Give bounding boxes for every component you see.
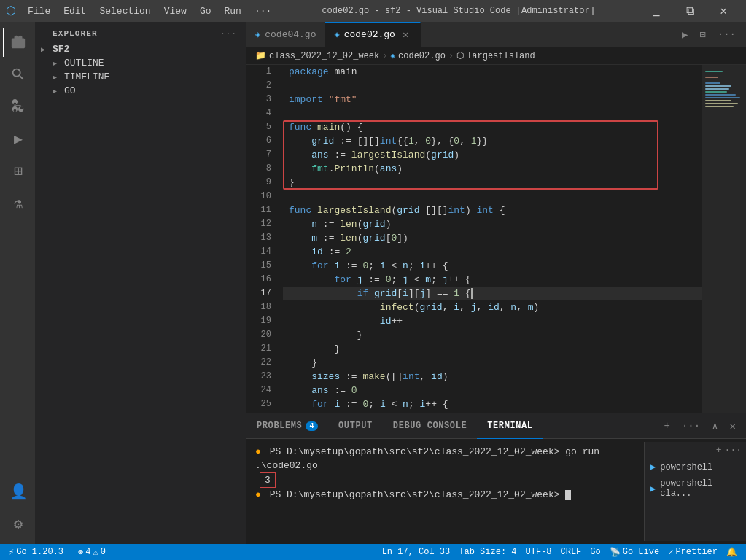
code-line-2[interactable] [283,79,702,93]
restore-button[interactable]: ⧉ [673,0,707,22]
sidebar-item-go[interactable]: ▶ GO [35,84,246,98]
add-terminal-button[interactable]: + [716,445,722,456]
explorer-more[interactable]: ··· [220,29,237,38]
code-line-6[interactable]: grid := [][]int{{1, 0}, {0, 1}} [283,134,702,148]
terminal-dot: ● [255,489,261,500]
vscode-icon: ⬡ [6,4,16,18]
code-line-1[interactable]: package main [283,65,702,79]
code-line-11[interactable]: func largestIsland(grid [][]int) int { [283,203,702,217]
status-cursor-pos[interactable]: Ln 17, Col 33 [379,547,454,557]
breadcrumb-file[interactable]: ◈ code02.go [390,51,445,61]
more-terminals-button[interactable]: ··· [725,445,742,456]
status-go-live[interactable]: 📡 Go Live [607,547,662,558]
activity-testing[interactable]: ⚗ [3,188,32,217]
panel-tab-output[interactable]: OUTPUT [328,413,383,439]
code-line-22[interactable]: } [283,356,702,370]
activity-search[interactable] [3,60,32,89]
tab-actions: ▶ ⊟ ··· [677,22,746,47]
activity-explorer[interactable] [3,28,32,57]
ln-17: 17 [246,287,277,300]
menu-run[interactable]: Run [218,4,246,18]
menu-view[interactable]: View [158,4,193,18]
code-line-12[interactable]: n := len(grid) [283,217,702,231]
activity-extensions[interactable]: ⊞ [3,156,32,185]
ln-9: 9 [246,176,277,190]
breadcrumb-symbol[interactable]: ⬡ largestIsland [456,50,535,61]
prettier-label: Prettier [675,547,718,557]
tab-code04-label: code04.go [265,29,316,40]
ln-19: 19 [246,314,277,328]
encoding-label: UTF-8 [526,547,552,557]
code-line-14[interactable]: id := 2 [283,245,702,259]
code-line-21[interactable]: } [283,342,702,356]
code-line-23[interactable]: sizes := make([]int, id) [283,370,702,384]
minimize-button[interactable]: ⎯ [640,0,673,22]
powershell-icon: ▶ [650,462,656,472]
code-line-24[interactable]: ans := 0 [283,384,702,397]
activity-settings[interactable]: ⚙ [3,509,32,538]
terminal-output[interactable]: ● PS D:\mysetup\gopath\src\sf2\class_202… [246,442,644,541]
arrow-icon: ▶ [53,87,64,96]
tab-code02[interactable]: ◈ code02.go ✕ [325,22,421,47]
code-line-7[interactable]: ans := largestIsland(grid) [283,148,702,162]
code-line-5[interactable]: func main() { [283,120,702,134]
ln-3: 3 [246,93,277,106]
panel-close-button[interactable]: ✕ [726,417,740,435]
code-line-17[interactable]: if grid[i][j] == 1 { [283,287,702,300]
panel-tab-debug-console[interactable]: DEBUG CONSOLE [383,413,477,439]
menu-file[interactable]: File [22,4,56,18]
status-language[interactable]: Go [587,547,603,557]
status-eol[interactable]: CRLF [558,547,585,557]
window-controls: ⎯ ⧉ ✕ [640,0,740,22]
run-button[interactable]: ▶ [677,26,692,44]
code-line-20[interactable]: } [283,328,702,342]
code-line-8[interactable]: fmt.Println(ans) [283,162,702,176]
breadcrumb-folder[interactable]: 📁 class_2022_12_02_week [255,50,379,61]
close-button[interactable]: ✕ [707,0,740,22]
menu-selection[interactable]: Selection [93,4,156,18]
tab-code04[interactable]: ◈ code04.go [246,22,325,47]
status-errors[interactable]: ⊗ 4 ⚠ 0 [75,547,109,558]
code-line-19[interactable]: id++ [283,314,702,328]
menu-edit[interactable]: Edit [58,4,92,18]
status-go-version[interactable]: ⚡ Go 1.20.3 [6,547,66,558]
panel: PROBLEMS 4 OUTPUT DEBUG CONSOLE TERMINAL… [246,413,746,544]
code-line-13[interactable]: m := len(grid[0]) [283,231,702,245]
status-notifications[interactable]: 🔔 [723,547,740,558]
ln-2: 2 [246,79,277,93]
ln-15: 15 [246,259,277,273]
code-line-4[interactable] [283,106,702,120]
code-line-3[interactable]: import "fmt" [283,93,702,106]
terminal-instance-1[interactable]: ▶ powershell [645,459,746,475]
sidebar-item-timeline[interactable]: ▶ TIMELINE [35,70,246,84]
more-actions-button[interactable]: ··· [713,26,740,43]
menu-more[interactable]: ··· [249,4,277,18]
status-tab-size[interactable]: Tab Size: 4 [456,547,519,557]
status-prettier[interactable]: ✓ Prettier [665,547,720,558]
prettier-icon: ✓ [668,547,673,558]
code-line-9[interactable]: } [283,176,702,190]
sidebar-item-sf2[interactable]: ▶ SF2 [35,42,246,56]
tab-close-button[interactable]: ✕ [400,27,411,42]
panel-more-button[interactable]: ··· [677,417,704,435]
new-terminal-button[interactable]: + [660,417,675,435]
panel-tab-problems[interactable]: PROBLEMS 4 [246,413,328,439]
sidebar-item-outline[interactable]: ▶ OUTLINE [35,56,246,70]
terminal-instance-2[interactable]: ▶ powershell cla... [645,475,746,502]
menu-go[interactable]: Go [194,4,217,18]
code-line-10[interactable] [283,190,702,203]
activity-account[interactable]: 👤 [3,477,32,506]
activity-source-control[interactable] [3,92,32,121]
panel-expand-button[interactable]: ∧ [707,417,722,435]
cursor-position: Ln 17, Col 33 [382,547,451,557]
panel-tab-terminal[interactable]: TERMINAL [477,413,543,439]
code-line-25[interactable]: for i := 0; i < n; i++ { [283,397,702,411]
activity-run-debug[interactable]: ▶ [3,124,32,153]
code-editor[interactable]: package main import "fmt" func main() { … [283,65,702,413]
status-encoding[interactable]: UTF-8 [523,547,555,557]
code-line-18[interactable]: infect(grid, i, j, id, n, m) [283,300,702,314]
split-editor-button[interactable]: ⊟ [695,26,710,44]
warning-icon: ⚠ [93,547,98,558]
code-line-15[interactable]: for i := 0; i < n; i++ { [283,259,702,273]
code-line-16[interactable]: for j := 0; j < m; j++ { [283,273,702,287]
